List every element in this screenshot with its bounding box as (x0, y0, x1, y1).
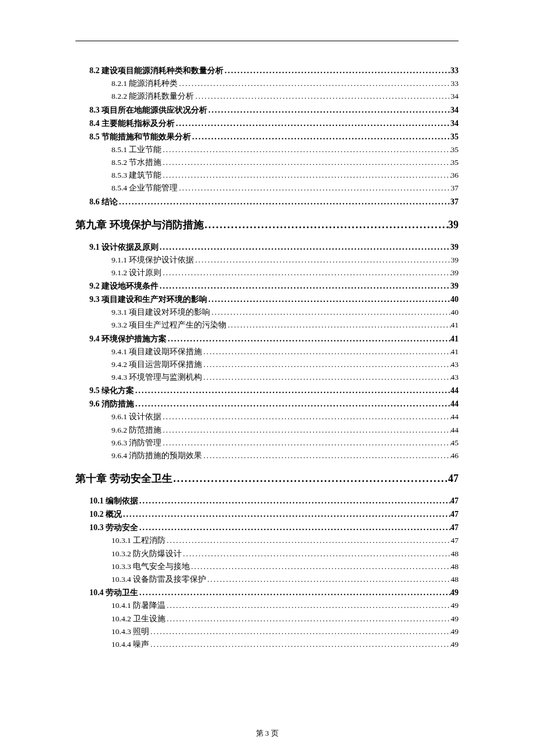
toc-entry-title: 8.2.1 能源消耗种类 (111, 78, 178, 89)
toc-entry-title: 10.3.4 设备防雷及接零保护 (111, 574, 206, 585)
toc-leader-dots: ........................................… (161, 411, 450, 423)
toc-entry-page: 41 (451, 319, 459, 331)
toc-entry: 10.3.2 防火防爆设计...........................… (75, 548, 459, 560)
toc-leader-dots: ........................................… (161, 424, 450, 436)
toc-leader-dots: ........................................… (161, 267, 450, 279)
toc-entry-title: 10.3.1 工程消防 (111, 535, 165, 546)
toc-entry: 10.4.1 防暑降温.............................… (75, 600, 459, 611)
toc-leader-dots: ........................................… (223, 64, 450, 77)
toc-leader-dots: ........................................… (161, 157, 450, 168)
toc-entry: 9.5 绿化方案................................… (75, 384, 459, 397)
toc-entry: 9.3.2 项目生产过程产生的污染物......................… (75, 319, 459, 331)
toc-leader-dots: ........................................… (118, 196, 450, 208)
toc-entry-page: 35 (451, 157, 459, 168)
toc-entry-title: 9.4.1 项目建设期环保措施 (111, 346, 202, 358)
toc-leader-dots: ........................................… (210, 307, 450, 318)
toc-leader-dots: ........................................… (161, 144, 450, 156)
toc-entry-page: 39 (450, 241, 459, 253)
page-number: 第 3 页 (256, 729, 279, 737)
toc-entry-page: 47 (450, 521, 459, 534)
toc-entry-title: 8.5.1 工业节能 (111, 144, 161, 156)
toc-leader-dots: ........................................… (122, 508, 450, 520)
toc-entry-page: 44 (450, 384, 459, 397)
toc-entry: 9.6.1 设计依据..............................… (75, 411, 459, 423)
toc-entry: 10.2 概况.................................… (75, 508, 459, 520)
toc-leader-dots: ........................................… (202, 372, 450, 383)
toc-leader-dots: ........................................… (167, 333, 450, 345)
toc-entry-page: 49 (450, 586, 459, 599)
toc-entry-title: 8.3 项目所在地能源供应状况分析 (89, 104, 207, 116)
toc-leader-dots: ........................................… (158, 280, 450, 292)
toc-entry: 9.6.4 消防措施的预期效果.........................… (75, 450, 459, 462)
toc-entry-title: 第十章 劳动安全卫生 (75, 471, 172, 487)
toc-entry-title: 9.6.2 防范措施 (111, 424, 161, 436)
toc-entry: 第十章 劳动安全卫生..............................… (75, 471, 459, 487)
toc-entry-page: 40 (450, 293, 459, 305)
toc-leader-dots: ........................................… (207, 293, 450, 305)
toc-leader-dots: ........................................… (149, 626, 450, 638)
toc-leader-dots: ........................................… (175, 117, 450, 129)
toc-entry: 第九章 环境保护与消防措施...........................… (75, 217, 459, 233)
toc-entry-page: 39 (451, 267, 459, 279)
toc-leader-dots: ........................................… (138, 586, 450, 599)
table-of-contents: 8.2 建设项目能源消耗种类和数量分析.....................… (75, 64, 459, 650)
toc-entry-page: 34 (451, 91, 459, 102)
toc-entry: 8.5.4 企业节能管理............................… (75, 182, 459, 194)
page-footer: 第 3 页 (0, 728, 534, 739)
toc-entry-page: 47 (450, 508, 459, 520)
toc-entry-page: 48 (451, 548, 459, 560)
toc-entry-title: 9.2 建设地环境条件 (89, 280, 158, 292)
toc-entry-title: 10.3.3 电气安全与接地 (111, 561, 190, 573)
toc-leader-dots: ........................................… (202, 346, 450, 358)
toc-entry-page: 47 (450, 495, 459, 507)
toc-entry-title: 8.4 主要能耗指标及分析 (89, 117, 175, 129)
toc-entry-page: 43 (451, 372, 459, 383)
toc-entry-page: 35 (451, 144, 459, 156)
toc-leader-dots: ........................................… (178, 182, 450, 194)
toc-entry-title: 9.5 绿化方案 (89, 384, 134, 397)
toc-entry: 9.6.3 消防管理..............................… (75, 437, 459, 449)
toc-entry: 9.3.1 项目建设对环境的影响........................… (75, 307, 459, 318)
toc-entry: 9.1.2 设计原则..............................… (75, 267, 459, 279)
toc-entry: 10.1 编制依据...............................… (75, 495, 459, 507)
toc-leader-dots: ........................................… (191, 131, 450, 143)
toc-entry-page: 47 (448, 471, 459, 487)
toc-entry-title: 9.4.3 环境管理与监测机构 (111, 372, 202, 383)
toc-entry: 9.1 设计依据及原则.............................… (75, 241, 459, 253)
toc-entry: 9.4.1 项目建设期环保措施.........................… (75, 346, 459, 358)
toc-entry-page: 46 (451, 450, 459, 462)
toc-entry: 8.6 结论..................................… (75, 196, 459, 208)
toc-leader-dots: ........................................… (134, 398, 450, 410)
toc-entry-title: 10.2 概况 (89, 508, 122, 520)
toc-leader-dots: ........................................… (190, 561, 450, 573)
toc-entry: 9.4 环境保护措施方案............................… (75, 333, 459, 345)
toc-entry: 8.5.2 节水措施..............................… (75, 157, 459, 168)
toc-entry-title: 10.3 劳动安全 (89, 521, 138, 534)
toc-entry-page: 33 (450, 64, 459, 77)
toc-entry: 9.3 项目建设和生产对环境的影响.......................… (75, 293, 459, 305)
toc-leader-dots: ........................................… (172, 471, 449, 487)
toc-entry: 8.5 节能措施和节能效果分析.........................… (75, 131, 459, 143)
toc-leader-dots: ........................................… (161, 170, 450, 181)
toc-entry: 10.4.2 卫生设施.............................… (75, 613, 459, 625)
toc-entry: 10.4 劳动卫生...............................… (75, 586, 459, 599)
toc-entry-title: 9.4 环境保护措施方案 (89, 333, 167, 345)
toc-leader-dots: ........................................… (165, 535, 450, 546)
toc-entry: 10.3 劳动安全...............................… (75, 521, 459, 534)
toc-entry: 9.6 消防措施................................… (75, 398, 459, 410)
toc-leader-dots: ........................................… (149, 639, 450, 650)
toc-entry-title: 8.2.2 能源消耗数量分析 (111, 91, 194, 102)
toc-leader-dots: ........................................… (202, 359, 450, 370)
toc-entry-page: 48 (451, 561, 459, 573)
toc-entry: 10.3.4 设备防雷及接零保护........................… (75, 574, 459, 585)
toc-entry: 8.2.1 能源消耗种类............................… (75, 78, 459, 89)
toc-entry-page: 41 (450, 333, 459, 345)
toc-entry-page: 44 (451, 424, 459, 436)
toc-entry-title: 9.6.3 消防管理 (111, 437, 161, 449)
toc-entry-page: 41 (451, 346, 459, 358)
toc-entry: 9.4.2 项目运营期环保措施.........................… (75, 359, 459, 370)
toc-leader-dots: ........................................… (165, 600, 450, 611)
toc-leader-dots: ........................................… (194, 254, 450, 266)
toc-entry-page: 39 (450, 280, 459, 292)
toc-entry-title: 10.4 劳动卫生 (89, 586, 138, 599)
